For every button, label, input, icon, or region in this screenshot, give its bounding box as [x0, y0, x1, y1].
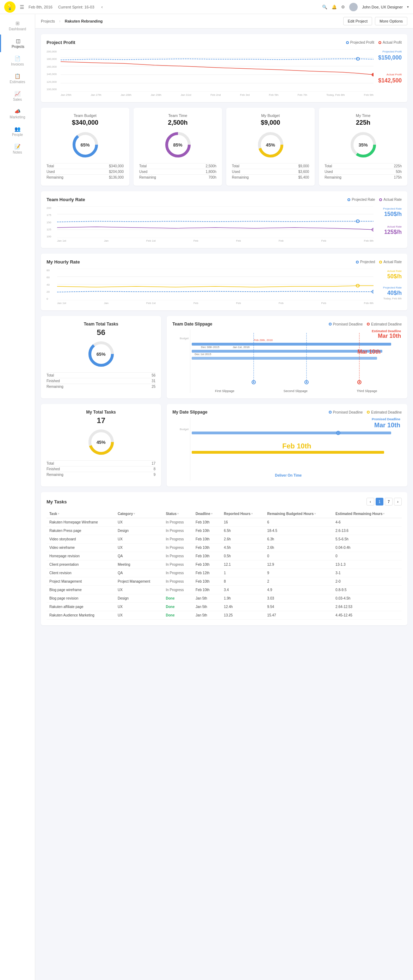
sidebar-item-marketing[interactable]: 📣 Marketing: [0, 105, 35, 123]
task-status: In Progress: [163, 544, 193, 552]
svg-point-36: [253, 382, 254, 383]
next-page-button[interactable]: ›: [394, 498, 402, 506]
sidebar-item-people[interactable]: 👥 People: [0, 123, 35, 140]
my-slippage-chart: Budget Promised Deadline Mar 10th: [172, 417, 402, 481]
task-sort-icon[interactable]: ▾: [58, 512, 59, 515]
table-row: Blog page wireframe UX In Progress Feb 1…: [46, 586, 402, 594]
estimated-deadline-legend: Estimated Deadline: [367, 322, 402, 326]
task-deadline: Feb 10th: [193, 527, 221, 535]
topbar: 💡 ☰ Feb 8th, 2016 Current Sprint: 16-03 …: [0, 0, 413, 14]
task-category: UX: [115, 603, 163, 611]
page-1-button[interactable]: 1: [376, 498, 383, 506]
team-budget-used: Used$204,000: [46, 169, 124, 174]
promised-deadline-legend: Promised Deadline: [329, 322, 363, 326]
task-status: Done: [163, 594, 193, 603]
topbar-icons: 🔍 🔔 ⚙ John Doe, UX Designer ▾: [322, 3, 409, 11]
team-slippage-chart: Budget Estimated Deadline Mar 10th: [172, 329, 402, 393]
deliver-on-time-label: Deliver On Time: [275, 473, 301, 477]
menu-icon[interactable]: ☰: [20, 4, 24, 10]
deadline-sort-icon[interactable]: ▾: [211, 512, 212, 515]
more-options-button[interactable]: More Options: [375, 17, 407, 25]
my-hourly-chart: Jan 1stJanFeb 1stFebFebFebFebFeb 8th: [57, 269, 373, 305]
user-dropdown-icon[interactable]: ▾: [407, 5, 409, 9]
profit-header: Project Profit Projected Profit Actual P…: [46, 40, 402, 45]
first-slippage-label: First Slippage: [215, 389, 234, 393]
task-reported: 3.4: [221, 586, 264, 594]
task-deadline: Jan 5th: [193, 594, 221, 603]
col-deadline: Deadline ▾: [193, 510, 221, 518]
notification-icon[interactable]: 🔔: [332, 5, 337, 10]
my-slippage-inner: Budget Promised Deadline Mar 10th: [172, 417, 402, 481]
user-name: John Doe, UX Designer: [362, 5, 403, 9]
task-estimated-remaining: 2.64-12.53: [333, 603, 402, 611]
my-time-title: My Time: [325, 113, 402, 118]
task-deadline: Feb 10th: [193, 518, 221, 527]
task-status: In Progress: [163, 586, 193, 594]
profit-legend: Projected Profit Actual Profit: [346, 40, 402, 45]
category-sort-icon[interactable]: ▾: [134, 512, 135, 515]
task-category: QA: [115, 552, 163, 560]
my-tasks-remaining: Remaining9: [46, 472, 155, 477]
sidebar-item-sales[interactable]: 📈 Sales: [0, 88, 35, 105]
back-button[interactable]: ‹: [102, 5, 103, 10]
team-time-title: Team Time: [139, 113, 216, 118]
sidebar-item-invoices[interactable]: 📄 Invoices: [0, 52, 35, 70]
prev-page-button[interactable]: ‹: [367, 498, 374, 506]
edit-project-button[interactable]: Edit Project: [343, 17, 372, 25]
my-hourly-svg: [57, 269, 373, 301]
table-row: Rakuten Audience Marketing UX Done Jan 5…: [46, 611, 402, 620]
task-status: In Progress: [163, 560, 193, 569]
task-remaining-budgeted: 9.54: [264, 603, 333, 611]
my-time-percent: 35%: [359, 142, 368, 148]
actual-rate-value: 125$/h: [384, 229, 402, 235]
sidebar-item-dashboard[interactable]: ⊞ Dashboard: [0, 17, 35, 35]
page: Project Profit Projected Profit Actual P…: [35, 29, 413, 631]
team-time-used: Used1,800h: [139, 169, 216, 174]
table-row: Client revision QA In Progress Feb 12th …: [46, 569, 402, 578]
projected-value: $150,000: [378, 55, 402, 61]
team-time-donut-wrap: 85%: [139, 131, 216, 159]
profit-chart-svg: [61, 49, 373, 92]
estimated-sort-icon[interactable]: ▾: [383, 512, 384, 515]
profit-chart-wrap: 200,000180,000160,000140,000120,000100,0…: [46, 49, 402, 97]
team-promised-big-date: Mar 10th: [357, 349, 381, 355]
my-tasks-table-header: My Tasks ‹ 1 7 ›: [46, 498, 402, 506]
task-deadline: Feb 10th: [193, 544, 221, 552]
team-tasks-remaining: Remaining25: [46, 383, 155, 389]
remaining-sort-icon[interactable]: ▾: [314, 512, 316, 515]
slippage-lines-svg: [190, 329, 402, 393]
my-hourly-legend: Projected Actual Rate: [356, 260, 402, 264]
my-projected-rate-value: 40$/h: [387, 290, 402, 296]
reported-sort-icon[interactable]: ▾: [251, 512, 253, 515]
task-status: In Progress: [163, 552, 193, 560]
sidebar-item-notes[interactable]: 📝 Notes: [0, 140, 35, 158]
profit-y-axis: 200,000180,000160,000140,000120,000100,0…: [46, 49, 61, 92]
table-row: Video storyboard UX In Progress Feb 10th…: [46, 535, 402, 544]
notes-icon: 📝: [14, 144, 21, 150]
task-deadline: Feb 10th: [193, 578, 221, 586]
team-slippage-y-axis: Budget: [172, 329, 190, 393]
breadcrumb-parent[interactable]: Projects: [41, 19, 55, 23]
team-time-total: Total2,500h: [139, 163, 216, 169]
my-estimated-label: Estimated Deadline: [371, 410, 402, 414]
main-content: Projects › Rakuten Rebranding Edit Proje…: [35, 14, 413, 980]
task-reported: 8: [221, 578, 264, 586]
task-remaining-budgeted: 3.03: [264, 594, 333, 603]
search-icon[interactable]: 🔍: [322, 5, 327, 10]
task-category: UX: [115, 535, 163, 544]
team-hourly-actual-legend: Actual Rate: [379, 197, 402, 202]
sidebar-item-projects[interactable]: ◫ Projects: [0, 35, 35, 52]
task-estimated-remaining: 2-0: [333, 578, 402, 586]
my-budget-card: My Budget $9,000 45%: [226, 108, 315, 186]
task-estimated-remaining: 0: [333, 552, 402, 560]
settings-icon[interactable]: ⚙: [341, 5, 345, 10]
task-category: Project Management: [115, 578, 163, 586]
page-7-button[interactable]: 7: [385, 498, 392, 506]
team-hourly-chart: Jan 1stJanFeb 1stFebFebFebFebFeb 8th: [57, 207, 373, 242]
dashboard-icon: ⊞: [16, 21, 20, 26]
project-profit-section: Project Profit Projected Profit Actual P…: [41, 34, 407, 102]
status-sort-icon[interactable]: ▾: [177, 512, 179, 515]
sidebar-item-estimates[interactable]: 📋 Estimates: [0, 70, 35, 88]
task-name: Homepage revision: [46, 552, 115, 560]
task-reported: 2.6h: [221, 535, 264, 544]
